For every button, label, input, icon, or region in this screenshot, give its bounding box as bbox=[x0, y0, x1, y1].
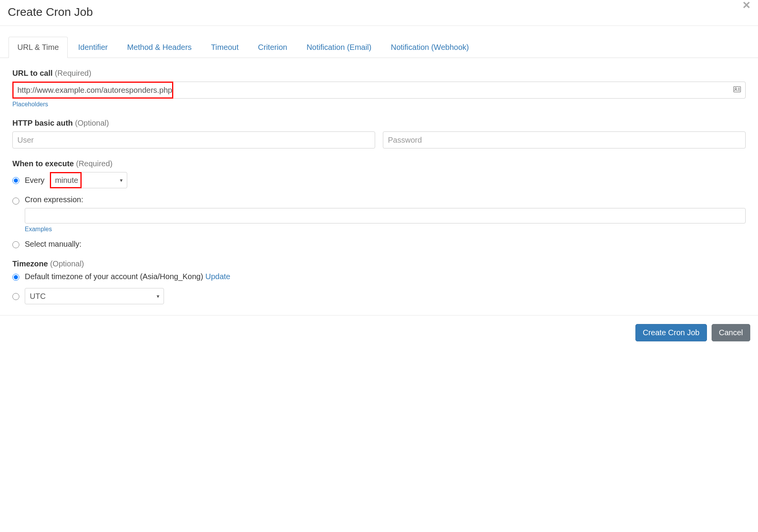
auth-group: HTTP basic auth (Optional) bbox=[12, 119, 746, 148]
url-hint: (Required) bbox=[55, 69, 91, 77]
tabs: URL & Time Identifier Method & Headers T… bbox=[0, 37, 758, 58]
contact-card-icon[interactable] bbox=[733, 86, 741, 94]
examples-link[interactable]: Examples bbox=[25, 226, 52, 233]
tz-default-row: Default timezone of your account (Asia/H… bbox=[12, 272, 746, 281]
tz-default-text: Default timezone of your account (Asia/H… bbox=[25, 272, 205, 281]
tab-identifier[interactable]: Identifier bbox=[69, 37, 117, 58]
manual-label: Select manually: bbox=[25, 240, 82, 249]
tz-default-radio[interactable] bbox=[12, 274, 19, 281]
cron-input[interactable] bbox=[25, 208, 746, 223]
auth-label-row: HTTP basic auth (Optional) bbox=[12, 119, 746, 128]
tab-notification-webhook[interactable]: Notification (Webhook) bbox=[382, 37, 478, 58]
tab-timeout[interactable]: Timeout bbox=[202, 37, 248, 58]
tab-notification-email[interactable]: Notification (Email) bbox=[298, 37, 381, 58]
auth-user-input[interactable] bbox=[12, 131, 375, 148]
manual-radio[interactable] bbox=[12, 241, 19, 248]
auth-label: HTTP basic auth bbox=[12, 119, 73, 127]
url-label-row: URL to call (Required) bbox=[12, 69, 746, 78]
svg-point-1 bbox=[735, 88, 737, 89]
when-group: When to execute (Required) Every minute … bbox=[12, 159, 746, 249]
tz-custom-row: UTC bbox=[12, 288, 746, 304]
tz-select[interactable]: UTC bbox=[25, 288, 164, 304]
every-row: Every minute bbox=[12, 172, 746, 188]
when-label: When to execute bbox=[12, 159, 74, 168]
create-button[interactable]: Create Cron Job bbox=[635, 324, 707, 341]
cron-label: Cron expression: bbox=[25, 195, 746, 204]
auth-inputs bbox=[12, 131, 746, 148]
url-input-wrap bbox=[12, 82, 746, 99]
cron-radio[interactable] bbox=[12, 198, 19, 205]
timezone-group: Timezone (Optional) Default timezone of … bbox=[12, 259, 746, 304]
when-label-row: When to execute (Required) bbox=[12, 159, 746, 168]
url-group: URL to call (Required) Placeholders bbox=[12, 69, 746, 108]
modal-title: Create Cron Job bbox=[8, 5, 93, 19]
tab-method-headers[interactable]: Method & Headers bbox=[118, 37, 201, 58]
tz-select-wrap: UTC bbox=[25, 288, 164, 304]
modal-header: Create Cron Job × bbox=[0, 0, 758, 26]
every-radio[interactable] bbox=[12, 177, 19, 184]
tz-label-row: Timezone (Optional) bbox=[12, 259, 746, 268]
url-input[interactable] bbox=[12, 82, 746, 99]
tz-update-link[interactable]: Update bbox=[205, 272, 230, 281]
form-body: URL to call (Required) Placeholders HTTP… bbox=[0, 58, 758, 315]
every-select-wrap: minute bbox=[50, 172, 127, 188]
auth-password-input[interactable] bbox=[383, 131, 746, 148]
placeholders-link[interactable]: Placeholders bbox=[12, 101, 48, 108]
when-hint: (Required) bbox=[76, 159, 112, 168]
cron-block: Cron expression: Examples bbox=[25, 195, 746, 233]
every-label: Every bbox=[25, 176, 44, 185]
tab-url-time[interactable]: URL & Time bbox=[9, 37, 68, 58]
tz-default-label: Default timezone of your account (Asia/H… bbox=[25, 272, 230, 281]
auth-hint: (Optional) bbox=[75, 119, 109, 127]
modal-footer: Create Cron Job Cancel bbox=[0, 315, 758, 350]
tz-label: Timezone bbox=[12, 259, 48, 268]
cron-row: Cron expression: Examples bbox=[12, 195, 746, 233]
tz-hint: (Optional) bbox=[50, 259, 84, 268]
every-select[interactable]: minute bbox=[50, 172, 127, 188]
manual-row: Select manually: bbox=[12, 240, 746, 249]
tab-criterion[interactable]: Criterion bbox=[249, 37, 296, 58]
cancel-button[interactable]: Cancel bbox=[712, 324, 750, 341]
close-icon[interactable]: × bbox=[743, 2, 750, 8]
url-label: URL to call bbox=[12, 69, 53, 77]
tz-custom-radio[interactable] bbox=[12, 293, 19, 300]
